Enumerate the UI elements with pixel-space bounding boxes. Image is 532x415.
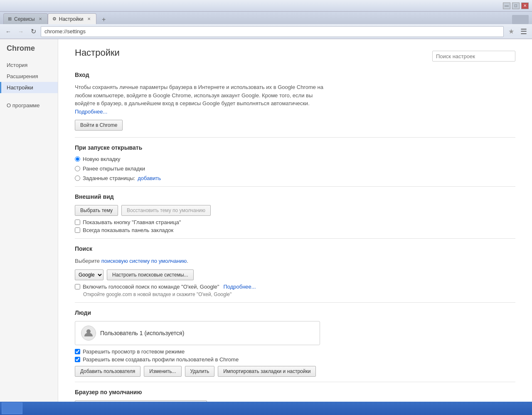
- section-title-appearance: Внешний вид: [75, 193, 515, 202]
- radio-new-tab[interactable]: [75, 156, 80, 162]
- login-learn-more-link[interactable]: Подробнее...: [75, 109, 107, 115]
- theme-buttons: Выбрать тему Восстановить тему по умолча…: [75, 205, 515, 216]
- configure-search-button[interactable]: Настроить поисковые системы...: [107, 269, 194, 280]
- user-avatar-icon: [84, 328, 94, 338]
- sidebar-item-history[interactable]: История: [0, 59, 58, 71]
- search-description: Выберите поисковую систему по умолчанию.: [75, 257, 324, 265]
- voice-search-learn-more-link[interactable]: Подробнее...: [223, 284, 256, 290]
- signin-button[interactable]: Войти в Chrome: [75, 120, 123, 131]
- import-button[interactable]: Импортировать закладки и настройки: [218, 366, 316, 377]
- people-buttons: Добавить пользователя Изменить... Удалит…: [75, 366, 515, 377]
- section-title-default-browser: Браузер по умолчанию: [75, 389, 515, 397]
- startup-option-previous[interactable]: Ранее открытые вкладки: [75, 166, 515, 172]
- maximize-button[interactable]: □: [512, 2, 520, 9]
- startup-add-link[interactable]: добавить: [138, 175, 161, 181]
- back-button[interactable]: ←: [3, 27, 13, 37]
- settings-content: Настройки Вход Чтобы сохранять личные па…: [58, 39, 532, 402]
- start-button[interactable]: [2, 403, 22, 414]
- create-profiles-checkbox[interactable]: [75, 357, 80, 362]
- sidebar: Chrome История Расширения Настройки О пр…: [0, 39, 58, 402]
- voice-search-checkbox[interactable]: [75, 284, 80, 289]
- divider-appearance: [75, 186, 515, 187]
- section-title-login: Вход: [75, 72, 515, 80]
- content-area: Chrome История Расширения Настройки О пр…: [0, 39, 532, 402]
- tab-bar-extra: [512, 15, 529, 24]
- restore-theme-button[interactable]: Восстановить тему по умолчанию: [121, 205, 211, 216]
- tab-settings-label: Настройки: [59, 16, 84, 22]
- show-home-checkbox[interactable]: [75, 220, 80, 225]
- divider-search: [75, 238, 515, 239]
- startup-options: Новую вкладку Ранее открытые вкладки Зад…: [75, 156, 515, 181]
- browser-window: — □ ✕ ⊞ Сервисы ✕ ⚙ Настройки ✕ + ← → ↻ …: [0, 0, 532, 415]
- tab-services-close[interactable]: ✕: [37, 16, 43, 22]
- user-name: Пользователь 1 (используется): [100, 330, 184, 336]
- voice-search-hint: Откройте google.com в новой вкладке и ск…: [83, 291, 515, 297]
- startup-option-new-tab[interactable]: Новую вкладку: [75, 156, 515, 162]
- show-home-checkbox-label[interactable]: Показывать кнопку "Главная страница": [75, 219, 515, 225]
- page-title: Настройки: [75, 47, 120, 58]
- taskbar: [0, 402, 532, 415]
- close-button[interactable]: ✕: [521, 2, 529, 9]
- startup-option-specific[interactable]: Заданные страницы: добавить: [75, 175, 515, 181]
- radio-previous-tabs[interactable]: [75, 166, 80, 171]
- title-bar: — □ ✕: [0, 0, 532, 12]
- guest-mode-checkbox-label[interactable]: Разрешить просмотр в гостевом режиме: [75, 348, 515, 355]
- sidebar-item-about[interactable]: О программе: [0, 100, 58, 111]
- default-search-engine-link[interactable]: поисковую систему по умолчанию: [101, 258, 187, 264]
- address-bar: ← → ↻ chrome://settings ★ ☰: [0, 24, 532, 39]
- show-bookmarks-checkbox-label[interactable]: Всегда показывать панель закладок: [75, 227, 515, 233]
- url-input[interactable]: chrome://settings: [41, 26, 504, 37]
- tab-services[interactable]: ⊞ Сервисы ✕: [3, 13, 48, 24]
- settings-menu-button[interactable]: ☰: [519, 27, 529, 37]
- search-settings-input[interactable]: [432, 51, 515, 62]
- edit-user-button[interactable]: Изменить...: [144, 366, 181, 377]
- radio-specific-pages[interactable]: [75, 175, 80, 181]
- tab-settings[interactable]: ⚙ Настройки ✕: [48, 13, 96, 24]
- divider-people: [75, 302, 515, 303]
- show-bookmarks-checkbox[interactable]: [75, 227, 80, 233]
- delete-user-button[interactable]: Удалить: [185, 366, 215, 377]
- user-card: Пользователь 1 (используется): [75, 321, 320, 345]
- user-avatar: [81, 326, 96, 341]
- divider-startup: [75, 137, 515, 138]
- new-tab-button[interactable]: +: [98, 15, 110, 24]
- guest-mode-checkbox[interactable]: [75, 349, 80, 354]
- login-description: Чтобы сохранять личные параметры браузер…: [75, 83, 324, 116]
- create-profiles-checkbox-label[interactable]: Разрешить всем создавать профили пользов…: [75, 356, 515, 363]
- bookmark-star[interactable]: ★: [506, 27, 516, 37]
- section-title-search: Поиск: [75, 245, 515, 254]
- tab-services-label: Сервисы: [14, 16, 35, 22]
- sidebar-logo: Chrome: [0, 44, 58, 59]
- url-text: chrome://settings: [44, 28, 86, 35]
- settings-favicon: ⚙: [52, 16, 57, 22]
- voice-search-checkbox-label[interactable]: Включить голосовой поиск по команде "О'к…: [75, 284, 515, 290]
- add-user-button[interactable]: Добавить пользователя: [75, 366, 140, 377]
- section-title-people: Люди: [75, 309, 515, 318]
- reload-button[interactable]: ↻: [28, 27, 38, 37]
- divider-default-browser: [75, 382, 515, 382]
- search-engine-row: Google Настроить поисковые системы...: [75, 269, 515, 280]
- choose-theme-button[interactable]: Выбрать тему: [75, 205, 118, 216]
- minimize-button[interactable]: —: [503, 2, 510, 9]
- search-engine-select[interactable]: Google: [75, 269, 103, 280]
- settings-header: Настройки: [75, 47, 515, 65]
- sidebar-item-extensions[interactable]: Расширения: [0, 71, 58, 82]
- section-title-startup: При запуске открывать: [75, 144, 515, 153]
- sidebar-item-settings[interactable]: Настройки: [0, 82, 58, 93]
- services-favicon: ⊞: [8, 16, 12, 22]
- tab-bar: ⊞ Сервисы ✕ ⚙ Настройки ✕ +: [0, 12, 532, 24]
- forward-button[interactable]: →: [16, 27, 26, 37]
- tab-settings-close[interactable]: ✕: [86, 16, 92, 22]
